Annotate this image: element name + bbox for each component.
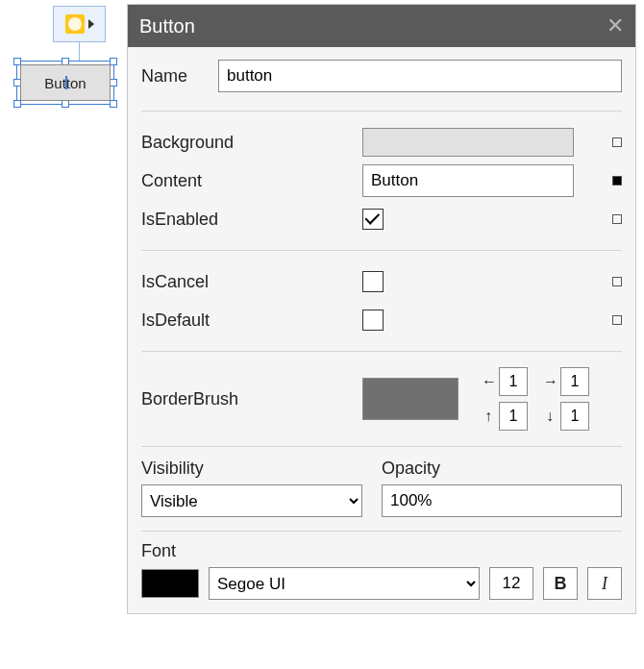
property-marker-background[interactable] bbox=[612, 137, 622, 147]
row-iscancel: IsCancel bbox=[141, 262, 622, 301]
lightbulb-icon bbox=[65, 14, 85, 34]
close-icon[interactable]: ✕ bbox=[607, 15, 624, 37]
font-color-swatch[interactable] bbox=[141, 569, 199, 598]
arrow-right-icon: → bbox=[543, 373, 557, 390]
content-label: Content bbox=[141, 171, 362, 191]
visibility-select[interactable]: Visible bbox=[141, 484, 362, 517]
row-isdefault: IsDefault bbox=[141, 301, 622, 339]
name-label: Name bbox=[141, 66, 218, 87]
property-marker-content[interactable] bbox=[612, 176, 622, 186]
opacity-label: Opacity bbox=[382, 458, 622, 479]
isdefault-label: IsDefault bbox=[141, 310, 362, 331]
row-font: Segoe UI B I bbox=[141, 567, 622, 600]
smart-tag-adorner[interactable] bbox=[53, 6, 106, 42]
content-input[interactable] bbox=[362, 164, 574, 197]
visibility-label: Visibility bbox=[141, 458, 362, 479]
name-input[interactable] bbox=[218, 60, 622, 92]
font-size-input[interactable] bbox=[489, 567, 533, 600]
arrow-left-icon: ← bbox=[482, 373, 495, 390]
selection-frame[interactable]: Button bbox=[17, 62, 113, 104]
borderbrush-swatch[interactable] bbox=[362, 378, 458, 420]
bold-toggle[interactable]: B bbox=[543, 567, 578, 600]
arrow-down-icon: ↓ bbox=[543, 408, 557, 425]
isenabled-label: IsEnabled bbox=[141, 210, 362, 230]
row-borderbrush: BorderBrush ← → ↑ bbox=[141, 367, 622, 431]
row-background: Background bbox=[141, 123, 622, 161]
isenabled-checkbox[interactable] bbox=[362, 209, 384, 230]
font-label: Font bbox=[141, 541, 622, 561]
resize-handle-e[interactable] bbox=[110, 79, 117, 87]
row-visibility-opacity: Visibility Visible Opacity bbox=[141, 458, 622, 517]
thickness-top-input[interactable] bbox=[499, 402, 528, 431]
thickness-top: ↑ bbox=[482, 402, 528, 431]
thickness-editor: ← → ↑ ↓ bbox=[482, 367, 589, 431]
property-panel: Button ✕ Name Background Content bbox=[127, 4, 636, 614]
italic-toggle[interactable]: I bbox=[587, 567, 622, 600]
iscancel-checkbox[interactable] bbox=[362, 271, 384, 292]
text-caret bbox=[65, 76, 67, 89]
background-swatch[interactable] bbox=[362, 128, 574, 157]
thickness-bottom-input[interactable] bbox=[560, 402, 589, 431]
designed-button[interactable]: Button bbox=[20, 64, 111, 101]
panel-title: Button bbox=[139, 15, 195, 37]
play-arrow-icon bbox=[88, 19, 94, 29]
row-isenabled: IsEnabled bbox=[141, 200, 622, 238]
thickness-left: ← bbox=[482, 367, 528, 396]
thickness-right-input[interactable] bbox=[560, 367, 589, 396]
adorner-connector bbox=[79, 42, 80, 62]
thickness-right: → bbox=[543, 367, 589, 396]
panel-header: Button ✕ bbox=[128, 5, 635, 47]
property-marker-isenabled[interactable] bbox=[612, 214, 622, 224]
resize-handle-s[interactable] bbox=[62, 100, 69, 108]
property-marker-iscancel[interactable] bbox=[612, 277, 622, 286]
opacity-input[interactable] bbox=[382, 484, 622, 517]
resize-handle-ne[interactable] bbox=[110, 58, 117, 65]
resize-handle-sw[interactable] bbox=[13, 100, 21, 108]
designer-surface: Button bbox=[0, 0, 127, 669]
row-content: Content bbox=[141, 161, 622, 200]
iscancel-label: IsCancel bbox=[141, 272, 362, 292]
background-label: Background bbox=[141, 133, 362, 153]
row-name: Name bbox=[141, 57, 622, 95]
resize-handle-se[interactable] bbox=[110, 100, 117, 108]
isdefault-checkbox[interactable] bbox=[362, 310, 384, 331]
arrow-up-icon: ↑ bbox=[482, 408, 495, 425]
borderbrush-label: BorderBrush bbox=[141, 389, 362, 409]
thickness-left-input[interactable] bbox=[499, 367, 528, 396]
property-marker-isdefault[interactable] bbox=[612, 315, 622, 325]
font-family-select[interactable]: Segoe UI bbox=[209, 567, 480, 600]
thickness-bottom: ↓ bbox=[543, 402, 589, 431]
